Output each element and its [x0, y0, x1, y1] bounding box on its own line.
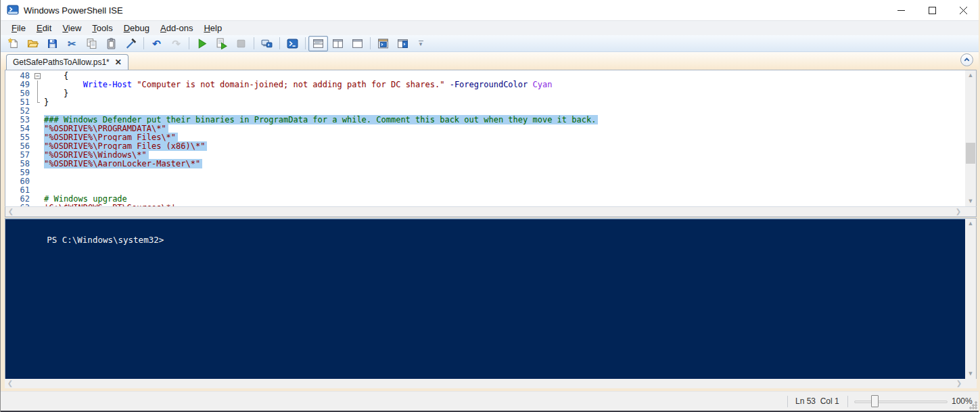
- fold-margin: [32, 89, 44, 98]
- fold-collapse-icon[interactable]: −: [34, 73, 41, 79]
- selection-highlight: "%OSDRIVE%\AaronLocker-Master\*": [44, 159, 202, 168]
- show-script-pane-button[interactable]: [393, 36, 413, 51]
- show-script-pane-maximized-icon: [352, 38, 363, 49]
- minimize-button[interactable]: [885, 0, 916, 20]
- scroll-left-arrow-icon[interactable]: ❮: [5, 207, 16, 216]
- editor-vertical-scrollbar[interactable]: ▲ ▼: [965, 70, 976, 206]
- paste-icon: [106, 38, 117, 49]
- new-script-button[interactable]: [3, 36, 23, 51]
- save-script-button[interactable]: [43, 36, 62, 51]
- code-text: }: [44, 98, 49, 107]
- scroll-up-arrow-icon[interactable]: ▲: [965, 70, 976, 81]
- code-line[interactable]: 50 }: [5, 89, 965, 98]
- script-editor-pane[interactable]: 48− {49 Write-Host "Computer is not doma…: [5, 70, 977, 206]
- new-powershell-tab-icon: [377, 38, 389, 49]
- menu-addons[interactable]: Add-ons: [155, 22, 198, 35]
- code-line[interactable]: 60: [5, 177, 965, 186]
- code-line[interactable]: 58"%OSDRIVE%\AaronLocker-Master\*": [5, 160, 965, 168]
- open-script-button[interactable]: [23, 36, 43, 51]
- show-script-pane-maximized-button[interactable]: [348, 36, 367, 51]
- redo-icon: ↷: [172, 39, 181, 49]
- scroll-left-arrow-icon[interactable]: ❮: [5, 379, 16, 388]
- editor-horizontal-scrollbar[interactable]: ❮ ❯: [5, 206, 977, 217]
- fold-margin: [32, 98, 44, 107]
- console-horizontal-scrollbar[interactable]: ❮ ❯: [5, 379, 977, 388]
- resize-grip[interactable]: [969, 400, 977, 409]
- selection-highlight: "%OSDRIVE%\PROGRAMDATA\*": [44, 124, 168, 133]
- toolbar-overflow-icon[interactable]: ▾: [416, 41, 425, 46]
- start-powershell-button[interactable]: [283, 36, 302, 51]
- fold-margin: [32, 177, 44, 186]
- copy-button[interactable]: [82, 36, 101, 51]
- fold-margin: [32, 107, 44, 116]
- run-script-icon: [196, 38, 208, 49]
- code-area[interactable]: 48− {49 Write-Host "Computer is not doma…: [5, 70, 965, 206]
- show-script-pane-right-button[interactable]: [328, 36, 348, 51]
- undo-button[interactable]: ↶: [147, 36, 166, 51]
- close-icon: [960, 7, 967, 14]
- code-line[interactable]: 56"%OSDRIVE%\Program Files (x86)\*": [5, 142, 965, 151]
- editor-scrollbar-thumb[interactable]: [966, 143, 975, 164]
- scroll-right-arrow-icon[interactable]: ❯: [953, 207, 964, 216]
- code-text: Write-Host "Computer is not domain-joine…: [44, 81, 552, 89]
- save-script-icon: [47, 38, 58, 49]
- show-script-pane-top-icon: [312, 38, 324, 49]
- code-line[interactable]: 59: [5, 168, 965, 177]
- show-script-pane-icon: [397, 38, 409, 49]
- line-col-indicator: Ln 53 Col 1: [795, 396, 839, 406]
- show-script-pane-right-icon: [332, 38, 344, 49]
- fold-margin: [32, 124, 44, 133]
- status-bar: Ln 53 Col 1 100%: [1, 391, 979, 411]
- show-script-pane-top-button[interactable]: [308, 36, 328, 51]
- fold-margin: [32, 168, 44, 177]
- menu-help[interactable]: Help: [198, 22, 227, 35]
- menu-view[interactable]: View: [57, 22, 87, 35]
- zoom-slider-thumb[interactable]: [871, 395, 879, 407]
- console-prompt: PS C:\Windows\system32>: [47, 235, 164, 245]
- powershell-ise-window: Windows PowerShell ISE FileEditViewTools…: [0, 0, 980, 412]
- cut-button[interactable]: ✂: [62, 36, 82, 51]
- scroll-up-arrow-icon[interactable]: ▲: [965, 219, 976, 229]
- code-line[interactable]: 49 Write-Host "Computer is not domain-jo…: [5, 81, 965, 89]
- clear-console-pane-button[interactable]: [121, 36, 141, 51]
- console-pane[interactable]: PS C:\Windows\system32>: [5, 219, 965, 379]
- menu-tools[interactable]: Tools: [87, 22, 118, 35]
- menu-file[interactable]: File: [6, 22, 31, 35]
- code-text: "%OSDRIVE%\AaronLocker-Master\*": [44, 160, 202, 168]
- new-powershell-tab-button[interactable]: [373, 36, 393, 51]
- paste-button[interactable]: [101, 36, 121, 51]
- copy-icon: [86, 38, 97, 49]
- chevron-up-icon: [963, 56, 971, 64]
- selection-highlight: "%OSDRIVE%\Program Files\*": [44, 133, 178, 142]
- tab-strip: GetSafePathsToAllow.ps1* ✕: [1, 52, 979, 70]
- run-selection-button[interactable]: [212, 36, 231, 51]
- close-button[interactable]: [948, 0, 979, 20]
- file-tab[interactable]: GetSafePathsToAllow.ps1* ✕: [6, 54, 129, 70]
- code-line[interactable]: 51}: [5, 98, 965, 107]
- stop-operation-button[interactable]: [231, 36, 251, 51]
- status-separator: [847, 396, 848, 407]
- minimize-icon: [897, 7, 905, 14]
- selection-highlight: "%OSDRIVE%\Program Files (x86)\*": [44, 141, 207, 151]
- menu-bar: FileEditViewToolsDebugAdd-onsHelp: [1, 20, 979, 35]
- tab-close-icon[interactable]: ✕: [115, 58, 122, 67]
- menu-debug[interactable]: Debug: [118, 22, 155, 35]
- collapse-script-pane-button[interactable]: [960, 53, 973, 66]
- console-vertical-scrollbar[interactable]: ▲ ▼: [965, 219, 976, 379]
- new-remote-powershell-tab-button[interactable]: [257, 36, 277, 51]
- zoom-slider-track[interactable]: [854, 400, 948, 403]
- scroll-right-arrow-icon[interactable]: ❯: [954, 379, 964, 388]
- redo-button[interactable]: ↷: [166, 36, 186, 51]
- toolbar-separator: [254, 37, 254, 49]
- fold-margin[interactable]: −: [32, 72, 44, 81]
- maximize-button[interactable]: [916, 0, 948, 20]
- run-script-button[interactable]: [192, 36, 212, 51]
- scroll-down-arrow-icon[interactable]: ▼: [965, 196, 976, 206]
- fold-margin: [32, 195, 44, 204]
- new-remote-powershell-tab-icon: [261, 38, 273, 49]
- selection-highlight: ### Windows Defender put their binaries …: [44, 115, 598, 124]
- menu-edit[interactable]: Edit: [31, 22, 57, 35]
- new-script-icon: [7, 38, 19, 49]
- scroll-down-arrow-icon[interactable]: ▼: [965, 369, 976, 379]
- code-line[interactable]: 61: [5, 186, 965, 195]
